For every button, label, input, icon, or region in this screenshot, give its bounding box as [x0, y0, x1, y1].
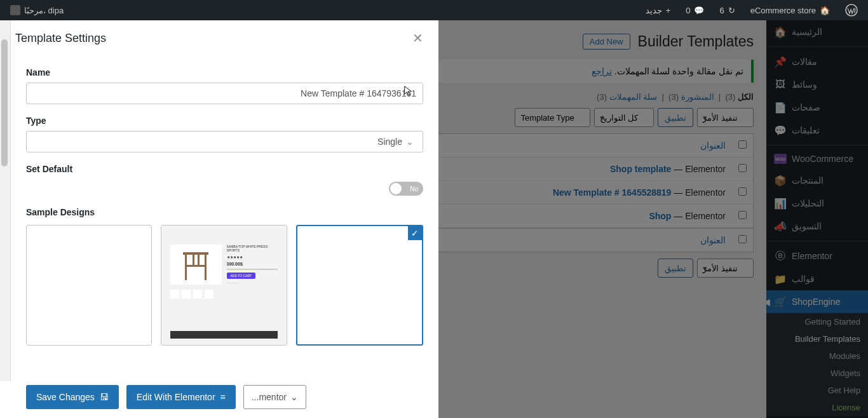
design-sample-2[interactable]: ✓: [296, 225, 423, 346]
design-blank[interactable]: [26, 225, 152, 346]
more-elementor-button[interactable]: ...mentor: [243, 385, 306, 409]
admin-greeting[interactable]: مرحبًا، dipa: [5, 0, 69, 20]
default-label: Set Default: [26, 164, 423, 174]
elementor-icon: ≡: [220, 392, 226, 402]
svg-point-0: [846, 4, 857, 16]
svg-rect-5: [193, 255, 194, 265]
admin-site[interactable]: eCommerce store 🏠: [745, 0, 835, 20]
svg-rect-3: [205, 255, 207, 280]
site-name: eCommerce store: [750, 6, 816, 15]
admin-comments[interactable]: 0 💬: [681, 0, 709, 20]
design-sample-1[interactable]: SAMBA TOP WHITE PRESS SPORTS★★★★★300.00$…: [161, 225, 287, 346]
save-icon: 🖫: [100, 392, 109, 402]
type-select[interactable]: Single: [26, 131, 423, 152]
admin-new[interactable]: جديد +: [641, 0, 676, 20]
comments-count: 0: [686, 6, 690, 15]
admin-bar: مرحبًا، dipa جديد + 0 💬 6 ↻ eCommerce st…: [0, 0, 868, 20]
designs-label: Sample Designs: [26, 207, 423, 217]
new-label: جديد: [646, 6, 662, 15]
admin-updates[interactable]: 6 ↻: [714, 0, 740, 20]
check-icon: ✓: [408, 226, 422, 240]
template-settings-modal: Template Settings ✕ Name Type Single Set…: [0, 20, 438, 418]
home-icon: 🏠: [820, 6, 830, 15]
modal-scrollbar[interactable]: [0, 20, 11, 381]
wp-logo[interactable]: [840, 0, 863, 20]
svg-rect-1: [183, 252, 208, 255]
name-label: Name: [26, 67, 423, 78]
modal-overlay[interactable]: Template Settings ✕ Name Type Single Set…: [0, 20, 868, 418]
modal-title: Template Settings: [15, 32, 106, 45]
name-input[interactable]: [26, 83, 423, 104]
wordpress-icon: [845, 4, 858, 17]
design-preview: SAMBA TOP WHITE PRESS SPORTS★★★★★300.00$…: [161, 226, 286, 345]
updates-count: 6: [719, 6, 724, 15]
type-label: Type: [26, 116, 423, 126]
comment-icon: 💬: [694, 6, 704, 15]
avatar: [10, 5, 20, 15]
update-icon: ↻: [728, 6, 735, 15]
save-button[interactable]: Save Changes🖫: [26, 385, 119, 409]
svg-rect-2: [185, 255, 187, 280]
greeting-text: مرحبًا، dipa: [24, 6, 64, 15]
svg-rect-6: [198, 255, 200, 265]
plus-icon: +: [666, 6, 671, 15]
edit-elementor-button[interactable]: Edit With Elementor≡: [126, 385, 236, 409]
close-icon[interactable]: ✕: [412, 30, 423, 46]
default-toggle[interactable]: No: [389, 182, 423, 196]
svg-rect-4: [185, 265, 207, 267]
